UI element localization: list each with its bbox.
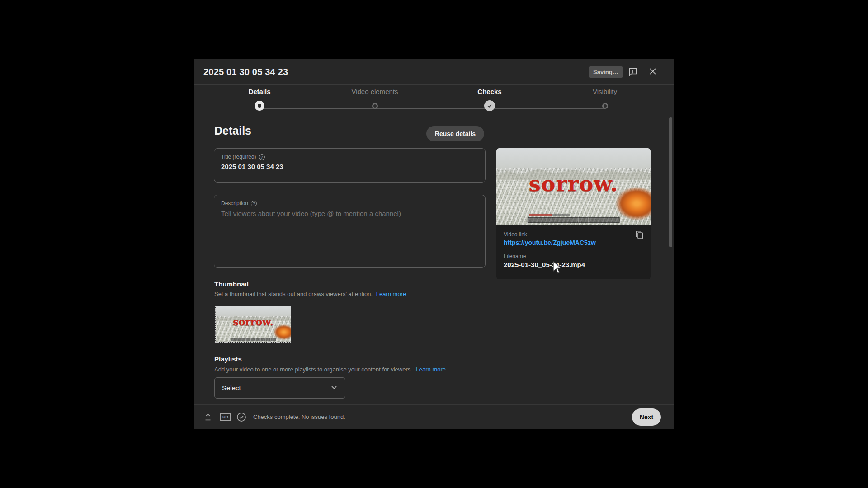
video-preview-card: sorrow. Video link https://youtu.be/Zgju… [496, 148, 651, 279]
feedback-button[interactable] [627, 66, 639, 79]
video-link-label: Video link [504, 231, 643, 238]
step-visibility[interactable]: Visibility [564, 88, 646, 109]
step-video-elements-label: Video elements [334, 88, 415, 95]
dialog-scrollbar[interactable] [669, 117, 672, 247]
step-details[interactable]: Details [219, 88, 300, 111]
thumbnail-learn-more-link[interactable]: Learn more [376, 291, 406, 297]
upload-status-icon [203, 412, 213, 422]
mouse-cursor [552, 261, 562, 276]
step-video-elements[interactable]: Video elements [334, 88, 415, 109]
details-heading: Details [214, 124, 251, 137]
hd-status-icon: HD [220, 413, 231, 421]
minecraft-hotbar [527, 217, 620, 223]
description-field[interactable]: Description [214, 195, 486, 268]
saving-status-badge: Saving… [589, 66, 623, 78]
dialog-header: 2025 01 30 05 34 23 Saving… [194, 59, 674, 85]
playlists-description: Add your video to one or more playlists … [214, 366, 446, 373]
video-preview-thumbnail: sorrow. [496, 148, 651, 225]
filename-label: Filename [504, 253, 643, 259]
thumbnail-overlay-text: sorrow. [233, 316, 273, 328]
playlists-select[interactable]: Select [214, 377, 345, 399]
reuse-details-button[interactable]: Reuse details [426, 126, 484, 141]
upload-details-dialog: 2025 01 30 05 34 23 Saving… Details [194, 59, 674, 429]
title-help-icon[interactable] [259, 154, 265, 160]
step-visibility-label: Visibility [564, 88, 646, 95]
playlists-description-text: Add your video to one or more playlists … [214, 366, 412, 373]
title-input[interactable] [221, 163, 478, 170]
selected-thumbnail-tile[interactable]: sorrow. [215, 306, 291, 343]
playlists-select-label: Select [222, 384, 330, 392]
step-details-active-ring-icon [255, 101, 264, 111]
playlists-learn-more-link[interactable]: Learn more [416, 366, 446, 373]
description-field-label-row: Description [221, 200, 478, 206]
title-field[interactable]: Title (required) [214, 148, 486, 183]
lava-blob [274, 324, 291, 340]
video-overlay-text: sorrow. [529, 171, 618, 196]
thumbnail-description: Set a thumbnail that stands out and draw… [214, 291, 406, 297]
description-input[interactable] [221, 210, 478, 259]
playlists-heading: Playlists [214, 355, 242, 363]
copy-icon [634, 235, 645, 242]
chevron-down-icon [330, 383, 339, 394]
minecraft-hud-bars [529, 214, 618, 216]
step-checks-complete-icon [484, 100, 495, 111]
thumbnail-image: sorrow. [216, 306, 291, 342]
thumbnail-heading: Thumbnail [214, 280, 249, 288]
stepper-connector-line [259, 108, 605, 109]
minecraft-hotbar [231, 338, 276, 341]
hd-label: HD [220, 413, 231, 421]
step-checks-label: Checks [449, 88, 530, 95]
stepper: Details Video elements Checks Visibility [194, 85, 674, 118]
title-field-label-row: Title (required) [221, 154, 478, 160]
step-details-label: Details [219, 88, 300, 95]
thumbnail-description-text: Set a thumbnail that stands out and draw… [214, 291, 373, 297]
video-info-panel: Video link https://youtu.be/ZgjueMAC5zw … [496, 225, 651, 268]
filename-value: 2025-01-30_05-34-23.mp4 [504, 261, 643, 268]
step-checks[interactable]: Checks [449, 88, 530, 111]
feedback-icon [627, 66, 638, 79]
checks-status-icon [236, 412, 247, 422]
title-field-label: Title (required) [221, 154, 256, 160]
description-help-icon[interactable] [251, 201, 257, 206]
dialog-title: 2025 01 30 05 34 23 [203, 59, 288, 85]
step-visibility-dot-icon [602, 103, 608, 109]
next-button[interactable]: Next [632, 408, 661, 426]
checks-status-text: Checks complete. No issues found. [253, 405, 345, 429]
video-link[interactable]: https://youtu.be/ZgjueMAC5zw [504, 239, 643, 246]
lava-blob [615, 187, 651, 221]
description-field-label: Description [221, 200, 248, 206]
close-icon [647, 66, 658, 78]
copy-link-button[interactable] [633, 230, 645, 241]
close-button[interactable] [646, 66, 659, 78]
dialog-footer: HD Checks complete. No issues found. Nex… [194, 404, 674, 429]
step-video-elements-dot-icon [372, 103, 378, 109]
